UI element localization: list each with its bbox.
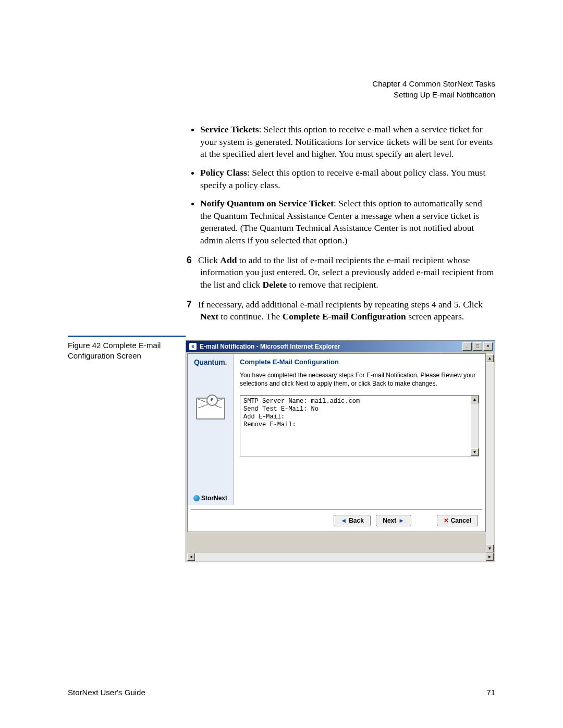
quantum-logo: Quantum.: [190, 358, 231, 366]
next-button-label: Next: [383, 517, 396, 524]
footer-doc-title: StorNext User's Guide: [68, 688, 145, 697]
stornext-logo: StorNext: [188, 495, 233, 502]
brand-dot-icon: .: [225, 358, 227, 366]
config-summary-box[interactable]: SMTP Server Name: mail.adic.com Send Tes…: [240, 395, 479, 456]
bullet-label: Service Tickets: [200, 124, 259, 134]
step-text: to continue. The: [218, 311, 283, 322]
page-footer: StorNext User's Guide 71: [68, 688, 495, 697]
cancel-button-label: Cancel: [451, 517, 471, 524]
back-button-label: Back: [349, 517, 364, 524]
outer-vertical-scrollbar[interactable]: ▲ ▼: [486, 354, 494, 552]
ie-icon: e: [189, 343, 197, 350]
step-text: Click: [198, 255, 220, 265]
step-number: 7: [187, 299, 198, 311]
body-text: Service Tickets: Select this option to r…: [187, 124, 495, 323]
header-chapter: Chapter 4 Common StorNext Tasks: [68, 78, 495, 89]
next-button[interactable]: Next►: [376, 515, 411, 526]
scroll-left-icon[interactable]: ◄: [187, 553, 195, 561]
window-title: E-mail Notification - Microsoft Internet…: [200, 343, 459, 350]
step-number: 6: [187, 254, 198, 267]
footer-page-number: 71: [486, 688, 495, 697]
wizard-step-title: Complete E-Mail Configuration: [240, 358, 479, 366]
step-6: 6Click Add to add to the list of e-mail …: [187, 254, 495, 291]
envelope-badge-icon: e: [206, 394, 218, 406]
window-titlebar[interactable]: e E-mail Notification - Microsoft Intern…: [186, 341, 495, 352]
header-section: Setting Up E-mail Notification: [68, 89, 495, 100]
bullet-policy-class: Policy Class: Select this option to rece…: [200, 167, 495, 191]
envelope-icon: e: [196, 398, 225, 419]
maximize-button[interactable]: □: [473, 342, 482, 351]
bullet-service-tickets: Service Tickets: Select this option to r…: [200, 124, 495, 161]
separator: [191, 509, 482, 510]
option-bullet-list: Service Tickets: Select this option to r…: [187, 124, 495, 247]
wizard-step-description: You have completed the necessary steps F…: [240, 371, 479, 388]
cancel-button[interactable]: ✕Cancel: [437, 515, 478, 526]
scroll-down-icon[interactable]: ▼: [486, 545, 494, 552]
delete-word: Delete: [263, 279, 287, 290]
config-vertical-scrollbar[interactable]: ▲ ▼: [471, 396, 479, 456]
close-button[interactable]: ×: [483, 342, 493, 351]
brand-text: Quantum: [194, 358, 225, 366]
x-icon: ✕: [444, 517, 449, 524]
stornext-globe-icon: [193, 495, 200, 501]
wizard-sidebar: Quantum. e StorNext: [188, 354, 234, 505]
screen-name-word: Complete E-mail Configuration: [283, 311, 406, 322]
figure-caption: Figure 42 Complete E-mail Configuration …: [68, 340, 186, 362]
outer-horizontal-scrollbar[interactable]: ◄ ►: [187, 553, 494, 561]
back-button[interactable]: ◄Back: [334, 515, 371, 526]
wizard-button-row: ◄Back Next► ✕Cancel: [188, 513, 485, 532]
screenshot-window: e E-mail Notification - Microsoft Intern…: [186, 340, 495, 562]
scroll-down-icon[interactable]: ▼: [471, 448, 479, 456]
scroll-up-icon[interactable]: ▲: [486, 354, 494, 362]
scroll-right-icon[interactable]: ►: [486, 553, 494, 561]
stornext-label: StorNext: [201, 495, 227, 502]
step-text: If necessary, add additional e-mail reci…: [198, 299, 483, 310]
bullet-label: Policy Class: [200, 167, 247, 178]
wizard-main-pane: Complete E-Mail Configuration You have c…: [234, 354, 485, 505]
figure-42: Figure 42 Complete E-mail Configuration …: [68, 336, 495, 562]
triangle-left-icon: ◄: [340, 517, 347, 524]
step-7: 7If necessary, add additional e-mail rec…: [187, 299, 495, 323]
config-summary-text: SMTP Server Name: mail.adic.com Send Tes…: [240, 396, 479, 431]
step-text: to remove that recipient.: [287, 279, 378, 290]
bullet-notify-quantum: Notify Quantum on Service Ticket: Select…: [200, 198, 495, 247]
minimize-button[interactable]: _: [462, 342, 472, 351]
figure-rule: [68, 336, 186, 337]
scroll-up-icon[interactable]: ▲: [471, 396, 479, 403]
next-word: Next: [200, 311, 218, 322]
page-header: Chapter 4 Common StorNext Tasks Setting …: [68, 78, 495, 100]
step-text: screen appears.: [406, 311, 464, 322]
bullet-label: Notify Quantum on Service Ticket: [200, 198, 334, 208]
add-word: Add: [220, 255, 237, 265]
triangle-right-icon: ►: [398, 517, 405, 524]
